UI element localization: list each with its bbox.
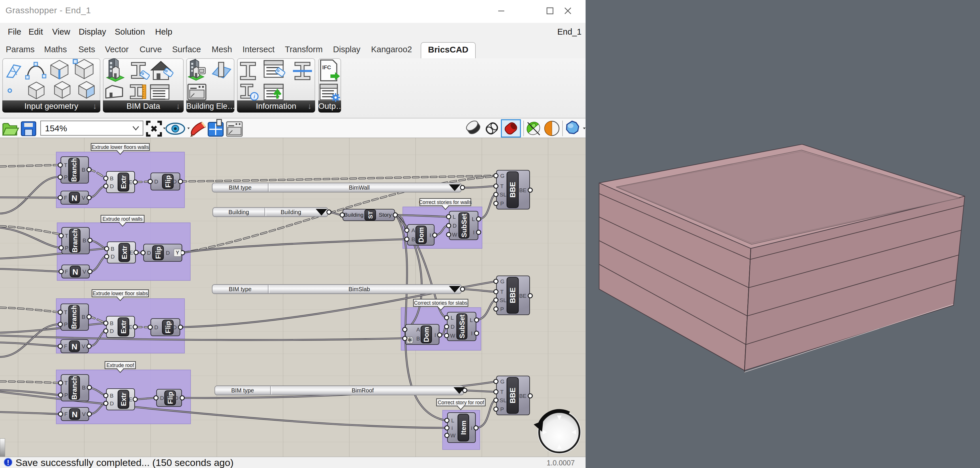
svg-text:E: E	[129, 249, 133, 256]
svg-text:L: L	[451, 417, 454, 423]
svg-text:i: i	[452, 425, 453, 431]
svg-text:!: !	[7, 458, 9, 466]
svg-text:BimRoof: BimRoof	[352, 387, 374, 394]
svg-text:D: D	[160, 395, 164, 401]
svg-text:Extr: Extr	[120, 320, 127, 334]
svg-text:B: B	[81, 314, 85, 320]
svg-text:V: V	[82, 411, 86, 417]
svg-text:G: G	[500, 173, 504, 179]
svg-text:V: V	[83, 268, 86, 275]
svg-text:E: E	[129, 396, 132, 403]
svg-text:D: D	[110, 328, 114, 334]
svg-text:Correct stories for walls: Correct stories for walls	[419, 200, 472, 205]
svg-text:B: B	[83, 238, 86, 244]
svg-text:F: F	[64, 195, 67, 201]
svg-text:I: I	[473, 229, 474, 235]
svg-text:BBE: BBE	[508, 182, 517, 198]
svg-text:V: V	[81, 195, 85, 201]
svg-text:Building: Building	[344, 212, 364, 218]
svg-text:D: D	[110, 401, 114, 407]
svg-text:B: B	[416, 335, 420, 342]
svg-text:W: W	[450, 433, 455, 439]
svg-text:E: E	[129, 324, 132, 330]
svg-text:Dom: Dom	[417, 227, 425, 242]
svg-text:BimWall: BimWall	[349, 184, 370, 191]
svg-text:I: I	[430, 232, 431, 238]
svg-text:P: P	[500, 306, 504, 312]
svg-text:E: E	[129, 179, 132, 185]
svg-text:D: D	[110, 183, 114, 189]
svg-text:L: L	[451, 315, 454, 321]
svg-text:IFC: IFC	[322, 64, 331, 70]
svg-text:D: D	[173, 179, 177, 185]
svg-text:Correct story for roof: Correct story for roof	[438, 399, 484, 406]
svg-text:SL: SL	[500, 297, 506, 303]
svg-text:P: P	[500, 201, 504, 207]
svg-text:G: G	[500, 379, 504, 385]
svg-text:W: W	[452, 232, 457, 238]
svg-text:Story: Story	[379, 212, 392, 218]
svg-text:ST: ST	[367, 211, 374, 219]
svg-text:Extrude lower floor slabs: Extrude lower floor slabs	[92, 291, 148, 296]
svg-text:A: A	[411, 227, 415, 233]
svg-text:L: L	[472, 216, 475, 222]
svg-text:D: D	[173, 324, 177, 331]
svg-text:Flip: Flip	[164, 176, 172, 188]
svg-text:T: T	[65, 233, 68, 239]
svg-text:i: i	[471, 425, 472, 431]
svg-text:Correct stories for slabs: Correct stories for slabs	[414, 300, 468, 306]
svg-text:T: T	[500, 389, 504, 395]
svg-text:Y: Y	[176, 250, 179, 256]
svg-text:BE: BE	[519, 393, 527, 399]
svg-text:L: L	[470, 317, 473, 323]
svg-text:P: P	[65, 245, 68, 251]
svg-text:D: D	[154, 179, 158, 185]
svg-text:I: I	[434, 332, 436, 338]
svg-text:T: T	[64, 309, 67, 315]
svg-text:B: B	[111, 246, 115, 252]
svg-text:B: B	[110, 320, 114, 326]
svg-text:BBE: BBE	[508, 288, 517, 303]
svg-text:BBE: BBE	[508, 388, 517, 403]
svg-text:Extrude lower floors walls: Extrude lower floors walls	[92, 144, 149, 150]
svg-text:Extr: Extr	[121, 246, 128, 259]
svg-text:Extrude roof: Extrude roof	[107, 363, 134, 368]
svg-text:F: F	[64, 343, 67, 350]
svg-text:Item: Item	[460, 420, 468, 434]
svg-text:P: P	[500, 406, 504, 412]
svg-text:B: B	[110, 176, 114, 182]
svg-text:P: P	[64, 321, 68, 327]
svg-text:N: N	[72, 193, 77, 203]
svg-text:BIM type: BIM type	[229, 286, 252, 292]
svg-text:Branch: Branch	[70, 158, 78, 182]
svg-text:A: A	[416, 327, 420, 333]
svg-text:T: T	[64, 380, 68, 386]
svg-text:B: B	[81, 167, 85, 173]
svg-text:BE: BE	[519, 293, 527, 299]
svg-text:P: P	[64, 174, 68, 180]
svg-text:B: B	[110, 393, 114, 399]
svg-text:D: D	[166, 250, 170, 256]
svg-text:Branch: Branch	[70, 305, 78, 329]
svg-text:T: T	[500, 289, 504, 295]
svg-text:✱: ✱	[407, 336, 412, 343]
svg-text:SL: SL	[500, 192, 506, 198]
svg-text:D: D	[147, 250, 151, 256]
svg-text:Branch: Branch	[71, 229, 79, 253]
svg-text:D: D	[175, 395, 178, 401]
svg-text:D: D	[111, 254, 115, 260]
svg-text:Extrude roof walls: Extrude roof walls	[102, 216, 142, 222]
svg-text:D: D	[453, 223, 457, 229]
svg-text:Extr: Extr	[120, 176, 127, 189]
svg-text:N: N	[72, 410, 78, 419]
svg-text:BIM type: BIM type	[231, 387, 254, 394]
svg-text:B: B	[411, 236, 415, 242]
svg-text:Building: Building	[228, 209, 249, 215]
svg-text:F: F	[65, 268, 68, 275]
svg-text:B: B	[82, 385, 86, 391]
svg-text:BIM type: BIM type	[229, 184, 252, 191]
svg-text:Flip: Flip	[164, 321, 172, 334]
svg-text:G: G	[500, 278, 504, 284]
svg-text:T: T	[64, 162, 67, 168]
svg-text:Dom: Dom	[422, 327, 430, 342]
